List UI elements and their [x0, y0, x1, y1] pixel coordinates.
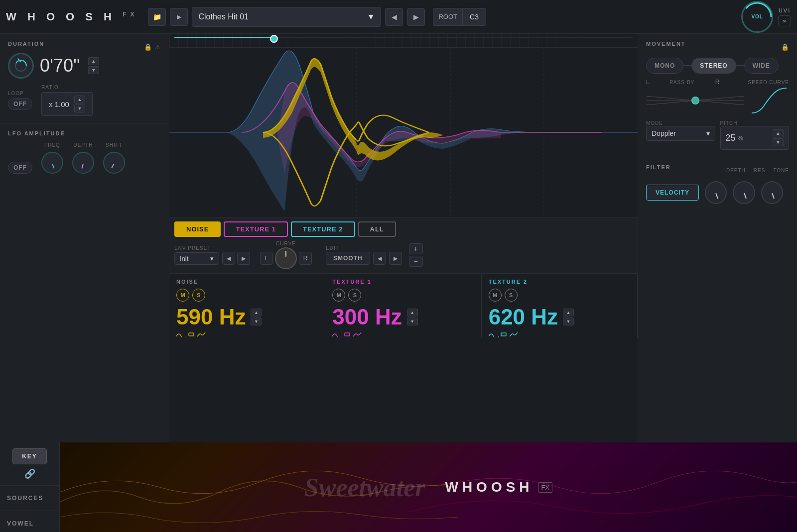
tab-noise[interactable]: NOISE: [174, 221, 221, 237]
passby-thumb[interactable]: [691, 97, 699, 105]
texture2-badges: M S: [489, 289, 630, 302]
tab-all[interactable]: ALL: [358, 221, 396, 237]
bottom-section: KEY 🔗 SOURCES VOWEL FX Sweetwater WHOOSH…: [0, 442, 797, 532]
env-preset-value: Init: [180, 255, 188, 262]
logo-fx: FX: [123, 10, 138, 17]
wide-button[interactable]: WIDE: [744, 58, 779, 74]
folder-button[interactable]: 📁: [148, 8, 166, 26]
noise-badges: M S: [176, 289, 318, 302]
texture2-m-badge[interactable]: M: [489, 289, 502, 302]
loop-toggle[interactable]: OFF: [8, 98, 32, 110]
texture1-freq-up[interactable]: ▲: [407, 309, 418, 317]
lfo-depth-label: DEPTH: [74, 142, 93, 148]
noise-freq: 590 Hz: [176, 305, 246, 329]
noise-freq-down[interactable]: ▼: [251, 318, 262, 325]
lfo-freq-knob[interactable]: [41, 152, 63, 174]
pitch-up[interactable]: ▲: [773, 129, 784, 137]
env-next-button[interactable]: ▶: [237, 252, 250, 265]
smooth-button[interactable]: SMOOTH: [326, 252, 370, 265]
noise-m-badge[interactable]: M: [176, 289, 189, 302]
movement-title: MOVEMENT: [646, 41, 686, 47]
passby-r: R: [715, 79, 720, 86]
texture1-m-badge[interactable]: M: [332, 289, 345, 302]
texture2-freq-up[interactable]: ▲: [563, 309, 574, 317]
svg-line-13: [695, 101, 745, 105]
noise-freq-row: 590 Hz ▲ ▼: [176, 305, 318, 329]
filter-res-knob[interactable]: [733, 181, 755, 204]
svg-point-1: [743, 3, 771, 31]
noise-title: NOISE: [176, 279, 318, 285]
duration-value: 0'70'': [40, 55, 80, 76]
tab-row: NOISE TEXTURE 1 TEXTURE 2 ALL: [169, 217, 638, 241]
curve-knob[interactable]: [275, 247, 297, 269]
edit-next-button[interactable]: ▶: [389, 252, 402, 265]
center-panel: NOISE TEXTURE 1 TEXTURE 2 ALL ENV PRESET…: [169, 34, 638, 442]
lfo-freq-col: FREQ: [41, 142, 63, 174]
plus-button[interactable]: +: [409, 243, 423, 254]
key-button[interactable]: KEY: [12, 448, 47, 464]
lfo-off-col: OFF: [8, 154, 32, 174]
curve-left-button[interactable]: L: [260, 252, 273, 265]
lfo-shift-col: SHIFT: [103, 142, 125, 174]
texture2-source: TEXTURE 2 M S 620 Hz ▲ ▼: [482, 274, 638, 338]
top-controls: 📁 ▶ Clothes Hit 01 ▼ ◀ ▶ ROOT C3: [148, 7, 741, 27]
texture1-title: TEXTURE 1: [332, 279, 474, 285]
texture1-freq-down[interactable]: ▼: [407, 318, 418, 325]
vol-knob[interactable]: VOL: [741, 1, 773, 33]
tab-texture1[interactable]: TEXTURE 1: [224, 221, 288, 237]
vowel-nav-item[interactable]: VOWEL: [0, 511, 59, 532]
filter-title: FILTER: [646, 164, 671, 170]
duration-knob[interactable]: [8, 53, 34, 79]
lfo-depth-knob[interactable]: [72, 152, 94, 174]
scrub-bar[interactable]: [169, 34, 638, 48]
noise-s-badge[interactable]: S: [192, 289, 205, 302]
texture2-freq-down[interactable]: ▼: [563, 318, 574, 325]
loop-col: LOOP OFF: [8, 91, 32, 110]
filter-tone-label: TONE: [773, 168, 789, 173]
ratio-up-button[interactable]: ▲: [74, 96, 85, 104]
edit-prev-button[interactable]: ◀: [373, 252, 386, 265]
filter-row: VELOCITY: [646, 180, 789, 205]
scrub-thumb[interactable]: [270, 35, 278, 43]
tab-texture2[interactable]: TEXTURE 2: [291, 221, 355, 237]
velocity-button[interactable]: VELOCITY: [646, 185, 699, 201]
ratio-down-button[interactable]: ▼: [74, 105, 85, 112]
loop-label: LOOP: [8, 91, 32, 96]
noise-freq-up[interactable]: ▲: [251, 309, 262, 317]
dropdown-arrow: ▼: [367, 12, 375, 21]
texture2-s-badge[interactable]: S: [505, 289, 518, 302]
mode-dropdown[interactable]: Doppler ▾: [646, 126, 715, 141]
edit-section: EDIT SMOOTH ◀ ▶ + −: [326, 243, 423, 267]
pitch-down[interactable]: ▼: [773, 138, 784, 146]
env-prev-button[interactable]: ◀: [222, 252, 235, 265]
texture1-s-badge[interactable]: S: [348, 289, 361, 302]
sources-nav-item[interactable]: SOURCES: [0, 486, 59, 511]
filter-depth-knob[interactable]: [705, 181, 727, 204]
texture2-freq-row: 620 Hz ▲ ▼: [489, 305, 630, 329]
duration-info-icon: ⚠: [155, 43, 161, 51]
doppler-row: MODE Doppler ▾ PITCH 25 % ▲ ▼: [646, 120, 789, 150]
mono-button[interactable]: MONO: [646, 58, 683, 74]
lfo-shift-knob[interactable]: [103, 152, 125, 174]
minus-button[interactable]: −: [409, 256, 423, 267]
prev-preset-button[interactable]: ◀: [385, 8, 403, 26]
lfo-freq-label: FREQ: [44, 142, 60, 148]
texture2-freq: 620 Hz: [489, 305, 558, 329]
filter-tone-knob[interactable]: [761, 181, 783, 204]
env-preset-dropdown[interactable]: Init ▾: [174, 252, 219, 265]
preset-dropdown[interactable]: Clothes Hit 01 ▼: [192, 7, 381, 27]
vol-area: VOL UVI ∞: [741, 1, 791, 33]
pitch-pct: %: [738, 134, 744, 142]
left-nav: KEY 🔗 SOURCES VOWEL FX: [0, 442, 60, 532]
link-icon[interactable]: 🔗: [24, 468, 35, 479]
root-value[interactable]: C3: [462, 8, 486, 26]
info-button[interactable]: ▶: [170, 8, 188, 26]
ratio-display: x 1.00 ▲ ▼: [41, 92, 93, 116]
lfo-toggle[interactable]: OFF: [8, 162, 32, 174]
duration-down-button[interactable]: ▼: [88, 66, 99, 74]
curve-right-button[interactable]: R: [299, 252, 312, 265]
next-preset-button[interactable]: ▶: [407, 8, 425, 26]
duration-up-button[interactable]: ▲: [88, 57, 99, 65]
stereo-button[interactable]: STEREO: [691, 58, 736, 74]
passby-slider[interactable]: [646, 93, 744, 108]
